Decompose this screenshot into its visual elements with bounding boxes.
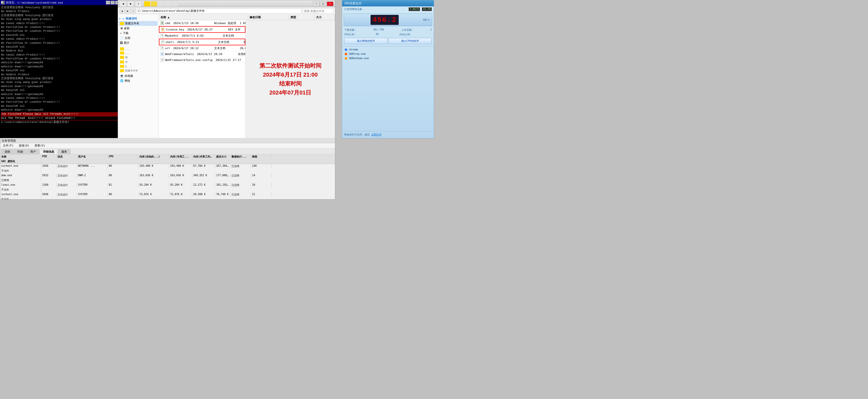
cmd-maximize-button[interactable]: □ (111, 1, 115, 4)
table-row[interactable]: T url 2024/6/17 20:12 文本文档 28,085 ... (159, 45, 245, 51)
sidebar-item-downloads[interactable]: ↓ 下载 (119, 31, 158, 36)
monitor-panel: 360流量监控 已使用网络流量 7.8K/S 15.7K 456.2 KB/s … (342, 0, 434, 138)
file-name: cmd (165, 22, 170, 25)
sidebar-item-documents[interactable]: 📄 文档 (119, 36, 158, 40)
table-cell: 5696 (41, 192, 57, 197)
taskmanager-tab-服务[interactable]: 服务 (58, 149, 70, 154)
cpu-label: CPU占用: (344, 33, 355, 36)
explorer-body: ★ ★ 快速访问 新建文件夹 🖥 桌面 ↓ 下载 📄 文档 🖼 图片 (118, 15, 335, 138)
sidebar-item-folder5[interactable]: S... (119, 64, 158, 68)
process-color-dot (345, 49, 347, 51)
sidebar-item-folder2[interactable]: ... (119, 51, 158, 55)
taskmanager-tab-性能[interactable]: 性能 (14, 149, 26, 154)
table-header-cell[interactable]: 数据执行... (230, 154, 251, 159)
taskmanager-menu-item[interactable]: 选项(O) (18, 144, 30, 147)
toolbar-icon5 (172, 1, 178, 6)
toolbar-forward-button[interactable]: ▶ (127, 1, 134, 7)
table-header-cell[interactable]: UAC 虚拟化 (0, 159, 41, 164)
list-item[interactable]: 360netman.exe (344, 56, 432, 60)
sidebar-thispc-label: 此电脑 (125, 74, 133, 78)
explorer-minimize-button[interactable]: − (313, 2, 320, 6)
file-name-cell: B cmd (159, 20, 172, 26)
table-row[interactable]: K license.key 2024/6/17 20:27 KEY 文件 1 K… (159, 26, 245, 33)
sidebar-item-pictures[interactable]: 🖼 图片 (119, 40, 158, 45)
sidebar-item-folder3[interactable]: 描 (119, 55, 158, 60)
address-back-button[interactable]: ◀ (120, 8, 125, 13)
explorer-close-button[interactable]: × (327, 2, 334, 6)
list-item[interactable]: chrome (344, 47, 432, 52)
most-cpu-button[interactable]: 最占CPU的程序 (389, 38, 432, 44)
address-input[interactable]: C:\Users\Administrator\Desktop\新建文件夹 (137, 8, 302, 13)
file-name: MaybeVul (165, 34, 179, 37)
table-cell: 20,508 K (192, 192, 215, 197)
table-header-cell[interactable]: 内存(共享工作集) (192, 154, 215, 159)
table-row[interactable]: T MaybeVul 2024/7/1 6:02 文本文档 43,287 KB (159, 33, 245, 39)
table-cell: 1368 (41, 183, 57, 188)
toolbar-up-button[interactable]: ↑ (135, 1, 142, 7)
table-header-cell[interactable]: 内存(专用工... (169, 154, 192, 159)
table-header-cell[interactable]: 内存(活动的...) (138, 154, 169, 159)
sidebar-item-folder4[interactable]: 办 (119, 60, 158, 64)
sidebar-item-desktop[interactable]: 🖥 桌面 (119, 26, 158, 31)
folder-icon5 (120, 60, 124, 63)
table-cell: 5932 (41, 173, 57, 178)
table-header-cell[interactable]: PID (41, 154, 57, 159)
sidebar-downloads-label: 下载 (123, 31, 128, 35)
cmd-line: No NodeJs Product (1, 9, 119, 13)
sidebar-extra-folders: ... ... 描 办 S... (119, 47, 158, 73)
sidebar-item-thispc[interactable]: 💻 此电脑 (119, 74, 158, 78)
quick-access-section: ★ ★ 快速访问 (119, 17, 158, 21)
taskmanager-tab-进程[interactable]: 进程 (1, 149, 13, 154)
col-date[interactable]: 修改日期 (248, 15, 289, 20)
cmd-line: website down!!!!gateway65 (1, 61, 119, 64)
list-item[interactable]: 360tray.exe (344, 52, 432, 56)
table-row[interactable]: B cmd 2024/1/13 18:36 Windows 批处理 1 KB (159, 20, 245, 26)
annotation-line4: 2024年07月01日 (259, 88, 321, 97)
col-name[interactable]: 名称 ▲ (159, 15, 248, 20)
col-size[interactable]: 大小 (314, 15, 335, 20)
taskmanager-menu-item[interactable]: 查看(V) (33, 144, 46, 147)
table-header-cell[interactable]: CPU (108, 154, 138, 159)
sidebar-item-current[interactable]: 新建文件夹 (119, 21, 158, 26)
address-forward-button[interactable]: ▶ (125, 8, 130, 13)
table-row[interactable]: svchost.exe5696正在运行SYSTEM0072,876 K72,87… (0, 192, 335, 199)
cmd-line: No EasyCVR vul (1, 45, 119, 49)
table-cell: 不允许 (0, 197, 41, 199)
explorer-sidebar: ★ ★ 快速访问 新建文件夹 🖥 桌面 ↓ 下载 📄 文档 🖼 图片 (118, 15, 159, 138)
table-cell: 00 (108, 173, 138, 178)
table-row[interactable]: lsass.exe1368正在运行SYSTEM0193,284 K93,284 … (0, 183, 335, 192)
downloads-icon: ↓ (120, 31, 122, 35)
cmd-line: No EasyCVR vul (1, 88, 119, 92)
table-row[interactable]: C WebFrameworkTools.exe.config 2024/1/15… (159, 57, 245, 63)
monitor-footer-link[interactable]: 立即打开 (371, 133, 381, 136)
table-row[interactable]: dwm.exe5932正在运行DWM-200163,656 K163,656 K… (0, 173, 335, 183)
table-header-cell[interactable]: 状态 (57, 154, 77, 159)
taskmanager-menu-item[interactable]: 文件(F) (2, 144, 14, 147)
sidebar-item-new-folder[interactable]: 新建文件夹 (119, 68, 158, 73)
toolbar-back-button[interactable]: ◀ (120, 1, 127, 7)
col-type[interactable]: 类型 (289, 15, 314, 20)
search-input[interactable] (303, 8, 334, 13)
sidebar-item-folder1[interactable]: ... (119, 47, 158, 51)
table-cell: 93,284 K (169, 183, 192, 188)
cmd-minimize-button[interactable]: − (106, 1, 110, 4)
table-row[interactable]: T shell 2024/7/1 5:21 文本文档 89 KB (159, 39, 245, 45)
monitor-network-label: 已使用网络流量 (344, 7, 362, 11)
table-row[interactable]: E WebFrameworkTools 2024/6/17 20:24 应用程序… (159, 51, 245, 57)
sidebar-item-network[interactable]: 🌐 网络 (119, 78, 158, 83)
explorer-maximize-button[interactable]: □ (320, 2, 327, 6)
file-size: 1 KB (238, 20, 245, 26)
cmd-window: ■ 管理员: C:\Windows\system32\cmd.exe − □ ×… (0, 0, 120, 138)
cmd-line: No EasyCVR vul (1, 104, 119, 108)
table-header-cell[interactable]: 线程 (251, 154, 272, 159)
most-network-button[interactable]: 最占网络的程序 (344, 38, 388, 44)
table-header-cell[interactable]: 用户名 (77, 154, 108, 159)
table-row[interactable]: svchost.exe1956正在运行NETWORK ...00193,408 … (0, 164, 335, 173)
process-name: 360netman.exe (349, 57, 431, 60)
taskmanager-tab-用户[interactable]: 用户 (27, 149, 39, 154)
address-up-button[interactable]: ↑ (131, 8, 136, 13)
upload-label: 上传流量: (401, 28, 413, 32)
taskmanager-tab-详细信息[interactable]: 详细信息 (40, 149, 58, 154)
table-header-cell[interactable]: 提交大小 (215, 154, 230, 159)
table-header-cell[interactable]: 名称 (0, 154, 41, 159)
